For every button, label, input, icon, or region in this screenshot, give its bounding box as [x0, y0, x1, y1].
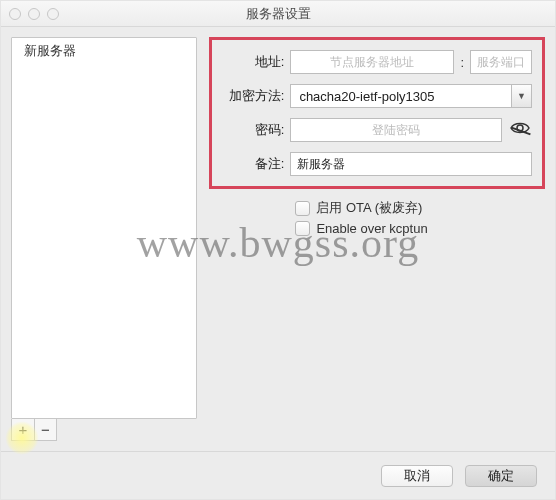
remark-row: 备注:	[218, 152, 532, 176]
window-controls	[9, 8, 59, 20]
method-row: 加密方法: chacha20-ietf-poly1305 ▼	[218, 84, 532, 108]
list-controls: + −	[11, 419, 57, 441]
cancel-button[interactable]: 取消	[381, 465, 453, 487]
zoom-icon[interactable]	[47, 8, 59, 20]
method-select[interactable]: chacha20-ietf-poly1305 ▼	[290, 84, 532, 108]
footer: 取消 确定	[1, 451, 555, 499]
titlebar: 服务器设置	[1, 1, 555, 27]
list-item[interactable]: 新服务器	[12, 38, 196, 64]
kcptun-option: Enable over kcptun	[295, 221, 545, 236]
content: 新服务器 + − 地址: : 加密方法: chacha20-ietf-poly1…	[1, 27, 555, 451]
add-server-button[interactable]: +	[12, 419, 34, 440]
remark-label: 备注:	[218, 155, 284, 173]
svg-point-0	[517, 125, 523, 131]
address-row: 地址: :	[218, 50, 532, 74]
sidebar: 新服务器 + −	[11, 37, 197, 441]
eye-slash-icon[interactable]	[508, 120, 532, 140]
ok-button[interactable]: 确定	[465, 465, 537, 487]
ota-option: 启用 OTA (被废弃)	[295, 199, 545, 217]
server-list[interactable]: 新服务器	[11, 37, 197, 419]
port-input[interactable]	[470, 50, 532, 74]
options: 启用 OTA (被废弃) Enable over kcptun	[295, 199, 545, 240]
ota-checkbox[interactable]	[295, 201, 310, 216]
remark-input[interactable]	[290, 152, 532, 176]
kcptun-label: Enable over kcptun	[316, 221, 427, 236]
window-title: 服务器设置	[1, 5, 555, 23]
close-icon[interactable]	[9, 8, 21, 20]
ota-label: 启用 OTA (被废弃)	[316, 199, 422, 217]
server-form-highlight: 地址: : 加密方法: chacha20-ietf-poly1305 ▼ 密码:	[209, 37, 545, 189]
kcptun-checkbox[interactable]	[295, 221, 310, 236]
address-input[interactable]	[290, 50, 454, 74]
chevron-updown-icon: ▼	[511, 85, 531, 107]
main-panel: 地址: : 加密方法: chacha20-ietf-poly1305 ▼ 密码:	[209, 37, 545, 441]
address-port-colon: :	[460, 55, 464, 70]
password-row: 密码:	[218, 118, 532, 142]
password-input[interactable]	[290, 118, 502, 142]
method-label: 加密方法:	[218, 87, 284, 105]
remove-server-button[interactable]: −	[34, 419, 56, 440]
address-label: 地址:	[218, 53, 284, 71]
password-label: 密码:	[218, 121, 284, 139]
minimize-icon[interactable]	[28, 8, 40, 20]
method-value: chacha20-ietf-poly1305	[291, 89, 511, 104]
